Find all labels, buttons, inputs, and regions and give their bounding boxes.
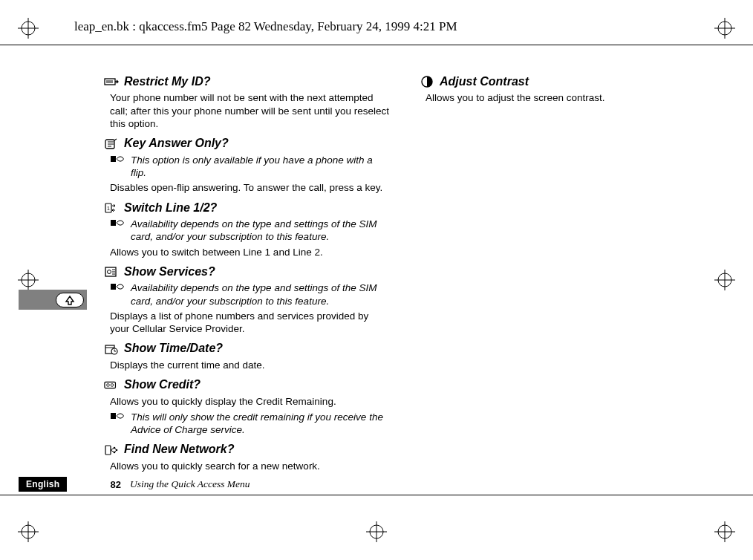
services-icon (104, 266, 119, 278)
cropmark-icon (714, 521, 735, 542)
section-show-services: Show Services? Availability depends on t… (104, 264, 390, 336)
svg-point-42 (111, 384, 114, 387)
section-title: Show Services? (124, 264, 215, 279)
section-switch-line: 1 Switch Line 1/2? Availability depends … (104, 201, 390, 258)
svg-rect-25 (111, 156, 116, 162)
svg-line-50 (111, 448, 114, 450)
section-adjust-contrast: Adjust Contrast Allows you to adjust the… (420, 74, 705, 105)
svg-line-48 (114, 448, 117, 450)
contrast-icon (420, 76, 434, 88)
switch-line-icon: 1 (104, 202, 119, 214)
section-title: Find New Network? (124, 442, 234, 457)
section-body: Allows you to quickly display the Credit… (110, 395, 390, 408)
svg-rect-43 (111, 413, 116, 419)
svg-line-49 (114, 450, 117, 452)
cropmark-icon (714, 18, 735, 39)
note-hand-icon (110, 154, 126, 164)
section-restrict-my-id: Restrict My ID? Your phone number will n… (104, 74, 390, 130)
note-text: Availability depends on the type and set… (131, 281, 390, 307)
section-body: Allows you to adjust the screen contrast… (426, 91, 705, 104)
section-find-new-network: Find New Network? Allows you to quickly … (104, 442, 390, 472)
section-body: Disables open-flip answering. To answer … (110, 181, 390, 194)
section-show-time-date: Show Time/Date? Displays the current tim… (104, 341, 390, 371)
section-body: Your phone number will not be sent with … (110, 91, 390, 130)
svg-point-30 (108, 270, 111, 274)
page-number: 82 (110, 479, 120, 490)
language-badge: English (19, 477, 67, 492)
network-icon (104, 444, 119, 456)
svg-rect-40 (105, 382, 116, 388)
cropmark-icon (366, 521, 387, 542)
content-area: Restrict My ID? Your phone number will n… (104, 74, 705, 453)
section-title: Adjust Contrast (440, 74, 529, 89)
section-body: Displays a list of phone numbers and ser… (110, 310, 390, 336)
key-answer-icon (104, 138, 119, 150)
restrict-id-icon (104, 76, 119, 88)
note-text: Availability depends on the type and set… (131, 218, 390, 244)
section-title: Restrict My ID? (124, 74, 210, 89)
credit-icon (104, 379, 119, 391)
cropmark-icon (18, 270, 39, 290)
section-title: Show Credit? (124, 377, 201, 392)
svg-rect-28 (111, 220, 116, 226)
cropmark-icon (18, 18, 39, 39)
note-hand-icon (110, 411, 126, 421)
note-hand-icon (110, 281, 126, 292)
arrow-up-icon (56, 293, 84, 307)
note-hand-icon (110, 218, 126, 228)
side-tab (19, 290, 87, 310)
svg-rect-21 (105, 79, 115, 85)
svg-text:1: 1 (107, 206, 110, 211)
time-date-icon (104, 343, 119, 355)
section-show-credit: Show Credit? Allows you to quickly displ… (104, 377, 390, 436)
note-text: This option is only available if you hav… (131, 154, 390, 180)
section-title: Key Answer Only? (124, 136, 229, 151)
section-body: Allows you to quickly search for a new n… (110, 460, 390, 472)
note-text: This will only show the credit remaining… (131, 411, 390, 437)
cropmark-icon (18, 521, 39, 542)
svg-rect-44 (105, 446, 111, 455)
footer: English 82 Using the Quick Access Menu (19, 477, 717, 492)
footer-title: Using the Quick Access Menu (130, 478, 250, 490)
cropmark-icon (714, 270, 735, 290)
section-body: Allows you to switch between Line 1 and … (110, 246, 390, 258)
section-title: Switch Line 1/2? (124, 201, 217, 215)
document-path: leap_en.bk : qkaccess.fm5 Page 82 Wednes… (74, 19, 457, 34)
section-body: Displays the current time and date. (110, 359, 390, 371)
svg-rect-34 (111, 284, 116, 290)
rule-top (0, 45, 753, 45)
page: leap_en.bk : qkaccess.fm5 Page 82 Wednes… (0, 0, 753, 560)
section-title: Show Time/Date? (124, 341, 223, 356)
left-column: Restrict My ID? Your phone number will n… (104, 74, 390, 453)
right-column: Adjust Contrast Allows you to adjust the… (420, 74, 705, 453)
rule-bottom (0, 495, 753, 495)
svg-line-51 (111, 450, 114, 452)
svg-point-41 (107, 384, 110, 387)
section-key-answer-only: Key Answer Only? This option is only ava… (104, 136, 390, 194)
